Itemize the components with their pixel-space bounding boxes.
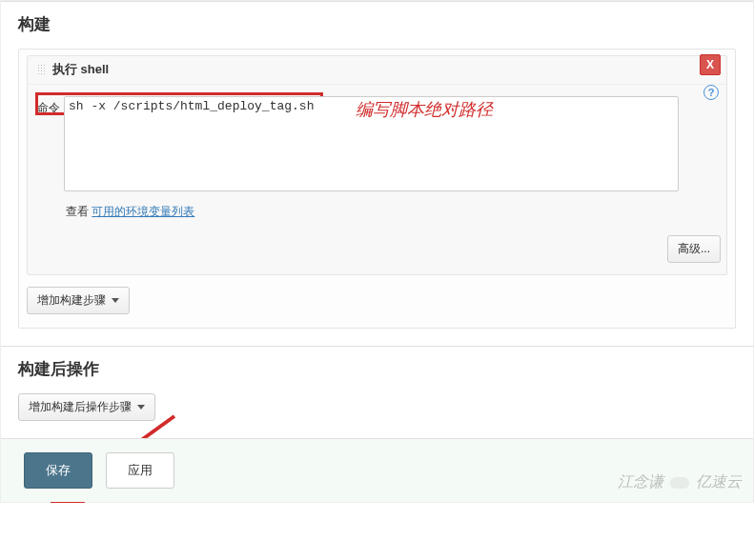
cloud-icon bbox=[667, 474, 692, 491]
command-textarea[interactable] bbox=[64, 96, 679, 191]
shell-step: X 执行 shell ? 命令 查看 可用的环境变量列表 bbox=[27, 55, 727, 275]
footer-bar: 保存 应用 江念谦 亿速云 bbox=[1, 438, 753, 502]
apply-button[interactable]: 应用 bbox=[106, 452, 174, 489]
add-post-build-step-label: 增加构建后操作步骤 bbox=[29, 399, 132, 415]
build-section: 构建 X 执行 shell ? 命令 查看 可用的 bbox=[1, 1, 753, 346]
page-root: 构建 X 执行 shell ? 命令 查看 可用的 bbox=[0, 0, 754, 503]
env-vars-hint: 查看 可用的环境变量列表 bbox=[66, 204, 726, 220]
command-input-wrap bbox=[64, 96, 679, 194]
command-row: 命令 bbox=[28, 85, 726, 194]
chevron-down-icon bbox=[137, 405, 145, 410]
add-build-step-label: 增加构建步骤 bbox=[37, 292, 106, 309]
watermark: 江念谦 亿速云 bbox=[618, 472, 742, 492]
build-section-title: 构建 bbox=[18, 13, 736, 35]
add-build-step-button[interactable]: 增加构建步骤 bbox=[27, 287, 130, 314]
delete-step-button[interactable]: X bbox=[700, 54, 721, 75]
watermark-text-2: 亿速云 bbox=[696, 472, 742, 492]
advanced-row: 高级... bbox=[28, 235, 721, 263]
env-vars-prefix: 查看 bbox=[66, 205, 92, 218]
build-steps-container: X 执行 shell ? 命令 查看 可用的环境变量列表 bbox=[18, 49, 736, 329]
shell-step-header[interactable]: 执行 shell bbox=[28, 56, 726, 85]
drag-handle-icon[interactable] bbox=[37, 64, 47, 75]
env-vars-link[interactable]: 可用的环境变量列表 bbox=[92, 205, 194, 218]
advanced-button[interactable]: 高级... bbox=[667, 235, 721, 263]
post-build-section: 构建后操作 增加构建后操作步骤 bbox=[1, 346, 753, 438]
chevron-down-icon bbox=[112, 298, 119, 303]
command-label: 命令 bbox=[37, 96, 64, 116]
add-build-step-row: 增加构建步骤 bbox=[27, 287, 727, 314]
watermark-text: 江念谦 bbox=[618, 472, 663, 492]
save-button[interactable]: 保存 bbox=[24, 452, 92, 489]
advanced-button-label: 高级... bbox=[678, 241, 710, 257]
post-build-title: 构建后操作 bbox=[18, 358, 736, 380]
shell-step-title: 执行 shell bbox=[52, 61, 109, 78]
add-post-build-step-button[interactable]: 增加构建后操作步骤 bbox=[18, 393, 155, 421]
